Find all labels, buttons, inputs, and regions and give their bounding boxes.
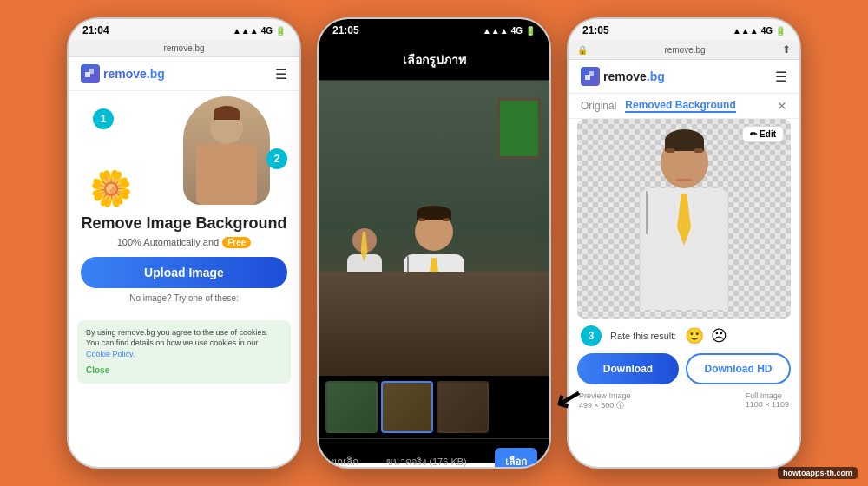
- tab-original[interactable]: Original: [581, 100, 616, 112]
- browser-bar-3: 🔒 remove.bg ⬆: [569, 40, 799, 60]
- green-board: [497, 98, 541, 159]
- tab-removed-background[interactable]: Removed Background: [625, 99, 735, 113]
- cancel-button[interactable]: ยกเลิก: [331, 453, 358, 469]
- close-button[interactable]: Close: [86, 364, 282, 377]
- download-hd-button[interactable]: Download HD: [686, 353, 791, 384]
- preview-info: Preview Image 499 × 500 ⓘ Full Image 110…: [569, 390, 799, 413]
- hero-section: 1: [69, 91, 299, 315]
- status-icons-2: ▲▲▲ 4G 🔋: [483, 26, 536, 36]
- svg-rect-3: [589, 71, 594, 76]
- hamburger-menu-3[interactable]: ☰: [775, 69, 787, 85]
- phone1-content: remove.bg remove.bg ☰: [69, 40, 299, 463]
- signal-icon-3: ▲▲▲: [733, 26, 759, 36]
- preview-label: Preview Image: [579, 391, 631, 400]
- logo-area: remove.bg: [81, 64, 165, 83]
- person-cutout: [632, 136, 736, 319]
- status-bar-1: 21:04 ▲▲▲ 4G 🔋: [69, 19, 299, 40]
- network-icon: 4G: [261, 26, 273, 36]
- phone-3: 21:05 ▲▲▲ 4G 🔋 🔒 remove.bg ⬆: [567, 17, 801, 469]
- signal-icon: ▲▲▲: [233, 26, 259, 36]
- full-size: 1108 × 1109: [746, 400, 789, 409]
- image-picker-header: เลือกรูปภาพ: [319, 40, 549, 81]
- hamburger-menu[interactable]: ☰: [275, 66, 287, 82]
- thumbs-down-emoji[interactable]: ☹: [711, 326, 727, 345]
- full-label: Full Image: [746, 391, 782, 400]
- browser-url-1: remove.bg: [163, 43, 204, 53]
- hero-image-area: 1: [81, 96, 287, 209]
- classroom-desks: [319, 272, 549, 376]
- watermark: howtoapps-th.com: [778, 467, 858, 479]
- thumb-2[interactable]: [381, 381, 433, 433]
- removebg-header: remove.bg ☰: [69, 57, 299, 91]
- removebg-header-3: remove.bg ☰: [569, 60, 799, 94]
- battery-icon: 🔋: [275, 26, 286, 36]
- network-icon-3: 4G: [761, 26, 773, 36]
- result-image-area: ✏ Edit: [577, 119, 791, 319]
- tabs-row: Original Removed Background ✕: [569, 94, 799, 119]
- time-1: 21:04: [82, 24, 109, 36]
- school-photo: [319, 81, 549, 376]
- choose-button[interactable]: เลือก: [495, 448, 537, 469]
- edit-button[interactable]: ✏ Edit: [742, 126, 784, 142]
- network-icon-2: 4G: [511, 26, 523, 36]
- hero-subtitle: 100% Automatically and Free: [81, 237, 287, 248]
- thumb-1[interactable]: [326, 381, 378, 433]
- battery-icon-2: 🔋: [525, 26, 536, 36]
- cookie-notice: By using remove.bg you agree to the use …: [77, 320, 291, 384]
- preview-size: 499 × 500 ⓘ: [579, 401, 624, 410]
- free-badge: Free: [222, 237, 251, 248]
- logo-icon-3: [581, 67, 600, 86]
- status-bar-2: 21:05 ▲▲▲ 4G 🔋: [319, 19, 549, 40]
- hero-title: Remove Image Background: [81, 214, 287, 233]
- browser-url-3: remove.bg: [664, 45, 705, 55]
- time-2: 21:05: [332, 24, 359, 36]
- step-badge-3: 3: [581, 325, 602, 346]
- image-picker-footer: ยกเลิก ขนาดจริง (176 KB) เลือก: [319, 438, 549, 469]
- phone-2: 21:05 ▲▲▲ 4G 🔋 เลือกรูปภาพ: [317, 17, 551, 469]
- lock-icon: 🔒: [577, 45, 588, 55]
- status-icons-1: ▲▲▲ 4G 🔋: [233, 26, 286, 36]
- status-icons-3: ▲▲▲ 4G 🔋: [733, 26, 786, 36]
- logo-icon: [81, 64, 100, 83]
- no-image-text: No image? Try one of these:: [81, 293, 287, 303]
- status-bar-3: 21:05 ▲▲▲ 4G 🔋: [569, 19, 799, 40]
- svg-rect-1: [89, 69, 94, 74]
- upload-image-button[interactable]: Upload Image: [81, 257, 287, 288]
- cutout-head: [661, 136, 708, 188]
- phone-1: 21:04 ▲▲▲ 4G 🔋 remove.bg: [67, 17, 301, 469]
- thumbs-up-emoji[interactable]: 🙂: [685, 326, 704, 345]
- time-3: 21:05: [582, 24, 609, 36]
- phone3-content: 🔒 remove.bg ⬆ remove.bg ☰: [569, 40, 799, 463]
- logo-text-3: remove.bg: [603, 69, 665, 83]
- thumb-3[interactable]: [437, 381, 489, 433]
- step-badge-1: 1: [93, 108, 114, 129]
- cookie-policy-link[interactable]: Cookie Policy.: [86, 350, 135, 358]
- share-icon[interactable]: ⬆: [782, 43, 791, 56]
- tab-close-button[interactable]: ✕: [777, 99, 787, 113]
- picker-title: เลือกรูปภาพ: [403, 50, 466, 69]
- selected-photo[interactable]: [319, 81, 549, 376]
- hero-person: [183, 96, 270, 205]
- step-badge-2: 2: [266, 148, 287, 169]
- battery-icon-3: 🔋: [775, 26, 786, 36]
- flowers: 🌼: [89, 168, 133, 209]
- browser-bar-1: remove.bg: [69, 40, 299, 57]
- cutout-tie: [677, 194, 691, 246]
- rate-text: Rate this result:: [610, 331, 676, 341]
- download-button[interactable]: Download: [577, 353, 679, 384]
- student-head: [415, 213, 453, 251]
- signal-icon-2: ▲▲▲: [483, 26, 509, 36]
- thumbnail-strip: [319, 376, 549, 438]
- file-info: ขนาดจริง (176 KB): [386, 454, 466, 470]
- cutout-body: [641, 188, 727, 310]
- logo-area-3: remove.bg: [581, 67, 665, 86]
- rate-emojis: 🙂 ☹: [685, 326, 727, 345]
- rate-section: 3 Rate this result: 🙂 ☹: [569, 319, 799, 353]
- phone2-content: เลือกรูปภาพ: [319, 40, 549, 463]
- download-row: Download Download HD: [569, 353, 799, 390]
- logo-text: remove.bg: [103, 67, 165, 81]
